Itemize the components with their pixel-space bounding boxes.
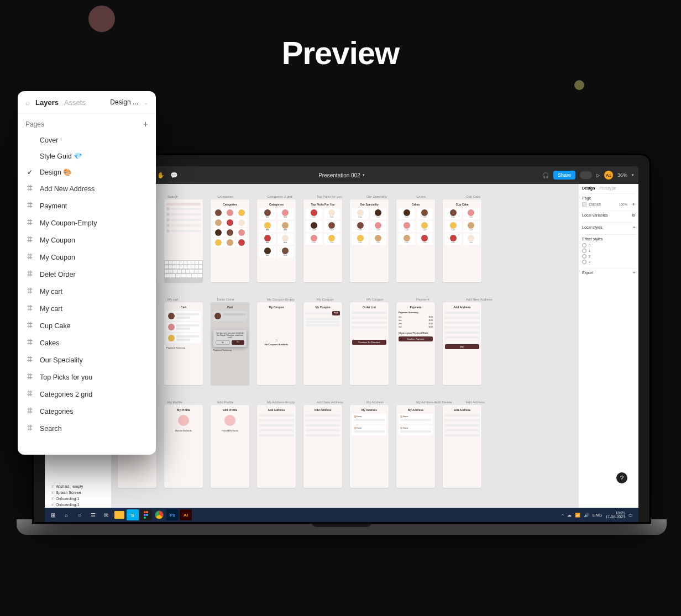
canvas-frame-label[interactable]: My Profile bbox=[167, 401, 206, 404]
canvas-frame[interactable]: My ProfileRonald Richards bbox=[164, 405, 203, 488]
canvas-frame[interactable]: PaymentPayment SummaryItem$0.00Item$0.00… bbox=[396, 302, 435, 385]
prototype-tab[interactable]: Prototype bbox=[599, 186, 616, 190]
chrome-icon[interactable] bbox=[153, 509, 165, 520]
frame-item[interactable]: #Onboarding-1 bbox=[45, 496, 111, 502]
hand-tool-icon[interactable]: ✋ bbox=[157, 172, 165, 179]
canvas-frame-label[interactable]: Categories 2 grid bbox=[267, 195, 306, 198]
help-icon[interactable]: ? bbox=[616, 472, 627, 483]
canvas-frame[interactable]: My Address🏠 Home🏠 Home bbox=[350, 405, 389, 488]
canvas-frame-label[interactable]: My Address-Empty bbox=[267, 401, 306, 404]
frame-item[interactable]: Add New Address bbox=[18, 180, 156, 197]
canvas-frame-label[interactable]: Edit Address bbox=[466, 401, 505, 404]
comment-tool-icon[interactable]: 💬 bbox=[170, 172, 178, 179]
page-item[interactable]: Cover bbox=[18, 133, 156, 148]
cortana-icon[interactable]: ○ bbox=[74, 509, 86, 520]
frame-item[interactable]: Delet Order bbox=[18, 266, 156, 283]
canvas-frame-label[interactable]: My Coupon bbox=[366, 298, 405, 301]
search-icon[interactable]: ⌕ bbox=[60, 509, 72, 520]
canvas-frame[interactable]: Top Picks For YouCakeCakeCakeCakeCakeCak… bbox=[303, 199, 342, 282]
skype-icon[interactable]: S bbox=[127, 509, 139, 520]
frame-item[interactable]: Payment bbox=[18, 197, 156, 214]
canvas-frame[interactable] bbox=[164, 199, 203, 282]
plus-icon[interactable]: + bbox=[633, 271, 635, 275]
share-button[interactable]: Share bbox=[553, 171, 575, 180]
canvas-frame-label[interactable]: My Address bbox=[366, 401, 405, 404]
chevron-down-icon[interactable]: ⌄ bbox=[144, 99, 148, 106]
settings-icon[interactable]: ⚙ bbox=[632, 213, 635, 218]
canvas-frame-label[interactable]: Add New Address bbox=[466, 298, 505, 301]
frame-item[interactable]: Search bbox=[18, 420, 156, 437]
page-item[interactable]: Style Guid 💎 bbox=[18, 148, 156, 164]
tray-volume-icon[interactable]: 🔊 bbox=[584, 513, 589, 518]
tray-chevron-icon[interactable]: ^ bbox=[562, 513, 564, 518]
canvas-frame[interactable]: CategoriesItemItemItemItemItemItemItemIt… bbox=[257, 199, 296, 282]
frame-item[interactable]: My cart bbox=[18, 300, 156, 317]
frame-item[interactable]: #Wishlist - empty bbox=[45, 483, 111, 489]
frame-item[interactable]: Cakes bbox=[18, 334, 156, 351]
canvas-frame-label[interactable]: Top Picks for you bbox=[317, 195, 355, 198]
canvas-frame[interactable]: My CouponApply bbox=[303, 302, 342, 385]
file-explorer-icon[interactable] bbox=[113, 509, 125, 520]
headset-icon[interactable]: 🎧 bbox=[542, 172, 549, 178]
canvas-frame[interactable]: CakesCakeCakeCakeCakeCakeCake bbox=[396, 199, 435, 282]
photoshop-icon[interactable]: Ps bbox=[166, 509, 179, 520]
canvas-frame-label[interactable]: My Coupon bbox=[317, 298, 355, 301]
canvas-frame-label[interactable]: Delet Order bbox=[217, 298, 256, 301]
canvas-frame-label[interactable]: Categories bbox=[217, 195, 256, 198]
play-icon[interactable]: ▷ bbox=[596, 173, 600, 178]
assets-tab[interactable]: Assets bbox=[64, 98, 86, 107]
design-tab[interactable]: Design bbox=[582, 186, 595, 190]
page-color-value[interactable]: E5E5E5 bbox=[589, 203, 601, 206]
taskbar-clock[interactable]: 18:21 17-08-2023 bbox=[605, 511, 625, 519]
figma-app-icon[interactable] bbox=[140, 509, 152, 520]
canvas-frame[interactable]: CartPayment Summary bbox=[164, 302, 203, 385]
zoom-level[interactable]: 36% bbox=[617, 172, 627, 178]
frame-item[interactable]: Our Speciality bbox=[18, 351, 156, 368]
canvas-frame[interactable]: Order ListContinue To Checkout bbox=[350, 302, 389, 385]
eye-icon[interactable]: 👁 bbox=[632, 203, 635, 206]
user-avatar[interactable]: A1 bbox=[604, 171, 613, 180]
frame-item[interactable]: My Coupon bbox=[18, 231, 156, 249]
frame-item[interactable]: Cup Cake bbox=[18, 317, 156, 334]
canvas-frame-label[interactable]: Cup Cake bbox=[466, 195, 505, 198]
canvas-frame[interactable]: CartAre you sure you want to delete this… bbox=[211, 302, 249, 385]
search-icon[interactable]: ⌕ bbox=[25, 98, 30, 107]
canvas-frame[interactable]: Categories bbox=[211, 199, 249, 282]
canvas-frame-label[interactable]: Our Speciality bbox=[366, 195, 405, 198]
tray-cloud-icon[interactable]: ☁ bbox=[567, 513, 572, 518]
canvas-frame[interactable]: Edit ProfileRonald Richards bbox=[211, 405, 249, 488]
frame-item[interactable]: My Coupon-Empty bbox=[18, 214, 156, 231]
canvas-frame-label[interactable]: Add New Address bbox=[317, 401, 355, 404]
page-selector[interactable]: Design ... bbox=[110, 98, 138, 106]
add-page-button[interactable]: + bbox=[143, 119, 148, 129]
frame-item[interactable]: Categories bbox=[18, 403, 156, 420]
tray-wifi-icon[interactable]: 📶 bbox=[575, 513, 580, 518]
canvas-frame[interactable]: My Coupon🛒No Coupons Available bbox=[257, 302, 296, 385]
canvas-frame-label[interactable]: Cakes bbox=[416, 195, 455, 198]
start-button-icon[interactable]: ⊞ bbox=[47, 509, 59, 520]
canvas-frame-label[interactable]: Payment bbox=[416, 298, 455, 301]
canvas-frame-label[interactable]: Search bbox=[167, 195, 206, 198]
chevron-down-icon[interactable]: ▾ bbox=[632, 173, 634, 177]
canvas-frame-label[interactable]: My Coupon-Empty bbox=[267, 298, 306, 301]
canvas-frame-label[interactable]: My Address-Edit/ Delete bbox=[416, 401, 455, 404]
mail-icon[interactable]: ✉ bbox=[100, 509, 112, 520]
canvas-frame[interactable]: Our SpecialityCakeCakeCakeCakeCakeCake bbox=[350, 199, 389, 282]
frame-item[interactable]: My cart bbox=[18, 283, 156, 300]
canvas-frame[interactable]: Add AddressAdd bbox=[443, 302, 481, 385]
figma-document-title[interactable]: Presentation 002 ▾ bbox=[318, 172, 365, 178]
frame-item[interactable]: My Coupon bbox=[18, 249, 156, 266]
canvas-frame-label[interactable]: Edit Profile bbox=[217, 401, 256, 404]
dev-mode-toggle[interactable] bbox=[580, 171, 592, 179]
frame-item[interactable]: #Splash Screen bbox=[45, 489, 111, 496]
frame-item[interactable]: Categories 2 grid bbox=[18, 386, 156, 403]
page-item[interactable]: ✓Design 🎨 bbox=[18, 164, 156, 180]
tray-language[interactable]: ENG bbox=[593, 513, 602, 518]
illustrator-icon[interactable]: Ai bbox=[180, 509, 192, 520]
canvas-frame[interactable]: Add Address bbox=[257, 405, 296, 488]
canvas-frame[interactable]: Cup CakeCakeCakeCakeCakeCakeCake bbox=[443, 199, 481, 282]
color-swatch[interactable] bbox=[582, 202, 586, 207]
canvas-frame[interactable]: My Address🏠 Home🏠 Home bbox=[396, 405, 435, 488]
layers-tab[interactable]: Layers bbox=[35, 98, 59, 107]
tray-notifications-icon[interactable]: ▭ bbox=[628, 513, 633, 518]
